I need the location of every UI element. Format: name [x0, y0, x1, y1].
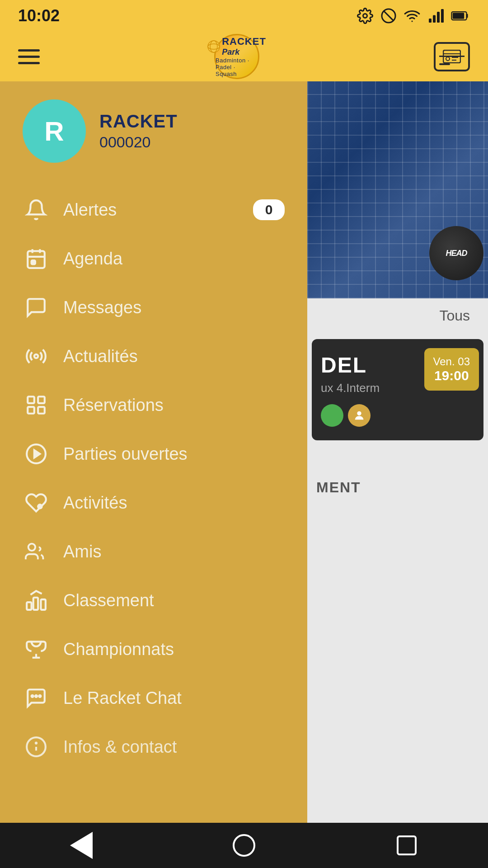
card-date-day: Ven. 03: [433, 355, 470, 368]
sidebar-item-parties-ouvertes[interactable]: Parties ouvertes: [23, 429, 307, 478]
svg-point-37: [39, 695, 41, 697]
svg-point-0: [363, 14, 367, 18]
sidebar-item-actualites[interactable]: Actualités: [23, 332, 307, 381]
svg-rect-21: [32, 260, 35, 264]
signal-icon: [427, 8, 444, 24]
back-icon: [70, 832, 93, 859]
logo-subtitle: Badminton · Padel · Squash: [216, 57, 258, 77]
back-button[interactable]: [63, 827, 99, 863]
svg-point-30: [28, 544, 35, 551]
broadcast-icon: [23, 343, 50, 370]
svg-rect-24: [38, 396, 45, 403]
bottom-text: MENT: [316, 479, 479, 496]
alertes-label: Alertes: [63, 200, 117, 220]
sidebar-item-classement[interactable]: Classement: [23, 576, 307, 625]
svg-rect-23: [28, 396, 34, 403]
status-icons: [357, 8, 470, 24]
people-icon: [23, 538, 50, 565]
actualites-label: Actualités: [63, 347, 138, 366]
svg-point-35: [35, 695, 37, 697]
ball-head: HEAD: [429, 226, 483, 280]
svg-rect-33: [41, 599, 45, 610]
sidebar-item-messages[interactable]: Messages: [23, 283, 307, 332]
svg-rect-25: [28, 407, 34, 414]
racket-ball-icon: [207, 40, 220, 53]
reservations-label: Réservations: [63, 396, 164, 415]
bottom-section: MENT: [307, 466, 488, 509]
bottom-nav: [0, 823, 488, 868]
bell-icon: [23, 196, 50, 223]
avatar-2: [348, 404, 371, 427]
svg-point-41: [357, 411, 361, 415]
settings-icon: [357, 8, 373, 24]
svg-rect-5: [437, 12, 440, 23]
no-disturb-icon: [380, 8, 397, 24]
alertes-badge: 0: [253, 199, 285, 220]
main-container: R RACKET 000020 Alertes 0: [0, 81, 488, 868]
hero-image: HEAD: [307, 81, 488, 298]
svg-point-22: [34, 354, 38, 358]
podium-icon: [23, 587, 50, 614]
recent-button[interactable]: [389, 827, 425, 863]
svg-line-2: [384, 11, 393, 20]
svg-rect-3: [429, 19, 432, 23]
infos-contact-label: Infos & contact: [63, 737, 177, 757]
agenda-label: Agenda: [63, 249, 122, 269]
svg-point-14: [446, 57, 450, 61]
svg-rect-32: [33, 598, 38, 610]
avatar-1: [321, 404, 343, 427]
sidebar-item-activites[interactable]: Activités: [23, 478, 307, 527]
user-info: RACKET 000020: [99, 111, 178, 151]
messages-label: Messages: [63, 298, 141, 317]
chat-alt-icon: [23, 684, 50, 712]
classement-label: Classement: [63, 591, 154, 610]
sidebar-item-reservations[interactable]: Réservations: [23, 381, 307, 429]
svg-rect-8: [453, 13, 465, 19]
app-header: RACKET Park Badminton · Padel · Squash: [0, 32, 488, 81]
activity-card: DEL ux 4.Interm Ven. 03 19:00: [312, 339, 483, 440]
filter-row: Tous: [430, 303, 479, 329]
svg-rect-31: [27, 602, 31, 610]
svg-rect-26: [38, 407, 45, 414]
svg-point-36: [32, 695, 33, 697]
home-button[interactable]: [226, 827, 262, 863]
sidebar: R RACKET 000020 Alertes 0: [0, 81, 307, 868]
menu-items: Alertes 0 Agenda: [23, 185, 307, 850]
sidebar-item-infos-contact[interactable]: Infos & contact: [23, 722, 307, 771]
battery-icon: [451, 9, 470, 22]
card-avatars: [321, 404, 474, 427]
amis-label: Amis: [63, 542, 101, 561]
svg-rect-4: [433, 15, 436, 23]
status-time: 10:02: [18, 6, 60, 25]
logo-circle: RACKET Park Badminton · Padel · Squash: [214, 34, 259, 79]
sidebar-item-le-racket-chat[interactable]: Le Racket Chat: [23, 674, 307, 722]
svg-marker-28: [34, 450, 40, 458]
svg-rect-12: [443, 50, 460, 63]
home-icon: [233, 834, 255, 857]
sidebar-item-championnats[interactable]: Championnats: [23, 625, 307, 674]
info-circle-icon: [23, 733, 50, 760]
activites-label: Activités: [63, 493, 127, 513]
sidebar-item-amis[interactable]: Amis: [23, 527, 307, 576]
id-card-icon: [443, 50, 461, 63]
play-badge-icon: [23, 440, 50, 467]
recent-icon: [397, 835, 417, 855]
avatar: R: [23, 99, 86, 163]
logo-text-racket: RACKET: [222, 36, 266, 47]
user-id: 000020: [99, 133, 178, 151]
parties-ouvertes-label: Parties ouvertes: [63, 444, 188, 464]
ball-head-text: HEAD: [446, 249, 467, 258]
menu-button[interactable]: [18, 49, 40, 64]
svg-rect-17: [28, 251, 45, 268]
heart-icon: [23, 489, 50, 516]
le-racket-chat-label: Le Racket Chat: [63, 689, 182, 708]
sidebar-item-agenda[interactable]: Agenda: [23, 234, 307, 283]
championnats-label: Championnats: [63, 640, 174, 659]
grid-icon: [23, 392, 50, 419]
user-profile: R RACKET 000020: [23, 99, 307, 163]
message-icon: [23, 294, 50, 321]
id-card-button[interactable]: [434, 42, 470, 71]
sidebar-item-alertes[interactable]: Alertes 0: [23, 185, 307, 234]
user-name: RACKET: [99, 111, 178, 132]
trophy-icon: [23, 636, 50, 663]
